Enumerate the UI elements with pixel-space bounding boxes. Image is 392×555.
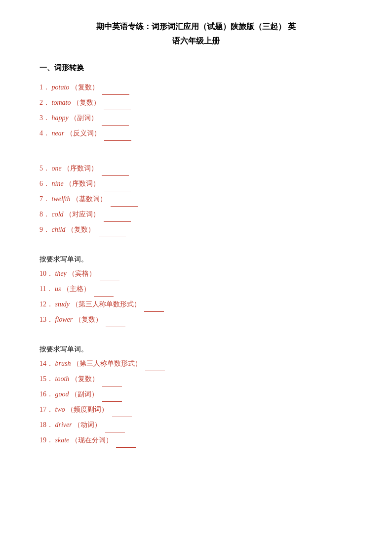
- list-item: 19． skate （现在分词）: [39, 433, 353, 448]
- list-item: 6． nine （序数词）: [39, 177, 353, 191]
- title: 期中英语专练：词形词汇应用（试题）陕旅版（三起） 英 语六年级上册: [39, 20, 353, 48]
- list-item: 2． tomato （复数）: [39, 96, 353, 110]
- section4-items: 14． brush （第三人称单数形式） 15． tooth （复数） 16． …: [39, 357, 353, 448]
- section4-instruction: 按要求写单词。: [39, 345, 353, 354]
- section1-title: 一、词形转换: [39, 63, 353, 73]
- list-item: 14． brush （第三人称单数形式）: [39, 357, 353, 371]
- list-item: 10． they （宾格）: [39, 267, 353, 281]
- list-item: 13． flower （复数）: [39, 313, 353, 327]
- list-item: 7． twelfth （基数词）: [39, 192, 353, 207]
- section1-items: 1． potato （复数） 2． tomato （复数） 3． happy （…: [39, 81, 353, 141]
- list-item: 12． study （第三人称单数形式）: [39, 298, 353, 312]
- list-item: 8． cold （对应词）: [39, 208, 353, 222]
- list-item: 16． good （副词）: [39, 387, 353, 402]
- list-item: 5． one （序数词）: [39, 162, 353, 176]
- section3-instruction: 按要求写单词。: [39, 255, 353, 264]
- section3-items: 10． they （宾格） 11． us （主格） 12． study （第三人…: [39, 267, 353, 327]
- list-item: 11． us （主格）: [39, 282, 353, 297]
- list-item: 18． driver （动词）: [39, 418, 353, 432]
- list-item: 9． child （复数）: [39, 223, 353, 237]
- list-item: 15． tooth （复数）: [39, 372, 353, 386]
- section2-items: 5． one （序数词） 6． nine （序数词） 7． twelfth （基…: [39, 162, 353, 237]
- list-item: 3． happy （副词）: [39, 111, 353, 126]
- list-item: 1． potato （复数）: [39, 81, 353, 95]
- list-item: 4． near （反义词）: [39, 127, 353, 141]
- list-item: 17． two （频度副词）: [39, 403, 353, 417]
